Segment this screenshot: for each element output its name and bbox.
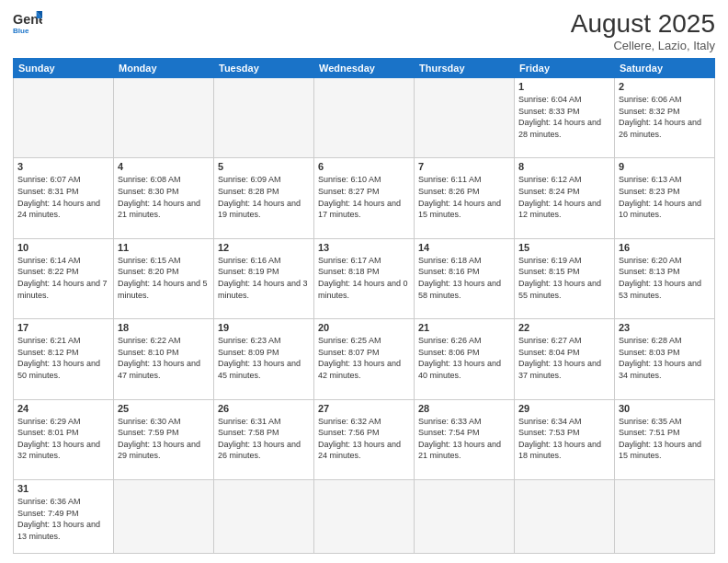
subtitle: Cellere, Lazio, Italy <box>571 39 715 52</box>
col-wednesday: Wednesday <box>314 59 415 78</box>
table-row: 23Sunrise: 6:28 AM Sunset: 8:03 PM Dayli… <box>615 319 715 399</box>
day-info: Sunrise: 6:29 AM Sunset: 8:01 PM Dayligh… <box>17 416 109 462</box>
table-row: 6Sunrise: 6:10 AM Sunset: 8:27 PM Daylig… <box>314 158 415 238</box>
logo: General Blue <box>13 9 42 35</box>
table-row: 27Sunrise: 6:32 AM Sunset: 7:56 PM Dayli… <box>314 399 415 479</box>
table-row <box>214 78 314 158</box>
table-row: 7Sunrise: 6:11 AM Sunset: 8:26 PM Daylig… <box>415 158 515 238</box>
day-number: 17 <box>17 322 109 333</box>
table-row: 14Sunrise: 6:18 AM Sunset: 8:16 PM Dayli… <box>415 238 515 318</box>
table-row <box>314 479 415 553</box>
table-row: 20Sunrise: 6:25 AM Sunset: 8:07 PM Dayli… <box>314 319 415 399</box>
day-number: 25 <box>118 403 210 414</box>
day-info: Sunrise: 6:34 AM Sunset: 7:53 PM Dayligh… <box>518 416 610 462</box>
table-row <box>314 78 415 158</box>
table-row: 17Sunrise: 6:21 AM Sunset: 8:12 PM Dayli… <box>14 319 114 399</box>
table-row: 2Sunrise: 6:06 AM Sunset: 8:32 PM Daylig… <box>615 78 715 158</box>
day-info: Sunrise: 6:27 AM Sunset: 8:04 PM Dayligh… <box>518 335 610 381</box>
calendar-week-row: 3Sunrise: 6:07 AM Sunset: 8:31 PM Daylig… <box>14 158 715 238</box>
calendar-week-row: 24Sunrise: 6:29 AM Sunset: 8:01 PM Dayli… <box>14 399 715 479</box>
table-row <box>114 479 214 553</box>
table-row: 26Sunrise: 6:31 AM Sunset: 7:58 PM Dayli… <box>214 399 314 479</box>
col-monday: Monday <box>114 59 214 78</box>
day-number: 30 <box>619 403 711 414</box>
calendar-week-row: 10Sunrise: 6:14 AM Sunset: 8:22 PM Dayli… <box>14 238 715 318</box>
day-number: 7 <box>418 161 510 172</box>
day-number: 4 <box>118 161 210 172</box>
header: General Blue August 2025 Cellere, Lazio,… <box>13 9 715 52</box>
table-row: 10Sunrise: 6:14 AM Sunset: 8:22 PM Dayli… <box>14 238 114 318</box>
day-info: Sunrise: 6:31 AM Sunset: 7:58 PM Dayligh… <box>218 416 310 462</box>
day-info: Sunrise: 6:15 AM Sunset: 8:20 PM Dayligh… <box>118 255 210 301</box>
table-row: 3Sunrise: 6:07 AM Sunset: 8:31 PM Daylig… <box>14 158 114 238</box>
day-number: 10 <box>17 242 109 253</box>
day-info: Sunrise: 6:25 AM Sunset: 8:07 PM Dayligh… <box>318 335 410 381</box>
day-number: 21 <box>418 322 510 333</box>
day-info: Sunrise: 6:30 AM Sunset: 7:59 PM Dayligh… <box>118 416 210 462</box>
table-row: 25Sunrise: 6:30 AM Sunset: 7:59 PM Dayli… <box>114 399 214 479</box>
logo-icon: General Blue <box>13 9 42 35</box>
table-row <box>515 479 615 553</box>
page: General Blue August 2025 Cellere, Lazio,… <box>0 0 728 563</box>
table-row: 21Sunrise: 6:26 AM Sunset: 8:06 PM Dayli… <box>415 319 515 399</box>
day-info: Sunrise: 6:32 AM Sunset: 7:56 PM Dayligh… <box>318 416 410 462</box>
day-number: 26 <box>218 403 310 414</box>
day-info: Sunrise: 6:19 AM Sunset: 8:15 PM Dayligh… <box>518 255 610 301</box>
table-row <box>415 479 515 553</box>
day-info: Sunrise: 6:14 AM Sunset: 8:22 PM Dayligh… <box>17 255 109 301</box>
col-tuesday: Tuesday <box>214 59 314 78</box>
day-number: 22 <box>518 322 610 333</box>
table-row: 12Sunrise: 6:16 AM Sunset: 8:19 PM Dayli… <box>214 238 314 318</box>
table-row: 28Sunrise: 6:33 AM Sunset: 7:54 PM Dayli… <box>415 399 515 479</box>
day-number: 2 <box>619 81 711 92</box>
table-row: 29Sunrise: 6:34 AM Sunset: 7:53 PM Dayli… <box>515 399 615 479</box>
day-info: Sunrise: 6:22 AM Sunset: 8:10 PM Dayligh… <box>118 335 210 381</box>
table-row: 15Sunrise: 6:19 AM Sunset: 8:15 PM Dayli… <box>515 238 615 318</box>
table-row: 24Sunrise: 6:29 AM Sunset: 8:01 PM Dayli… <box>14 399 114 479</box>
day-info: Sunrise: 6:04 AM Sunset: 8:33 PM Dayligh… <box>518 94 610 140</box>
day-number: 8 <box>518 161 610 172</box>
day-info: Sunrise: 6:16 AM Sunset: 8:19 PM Dayligh… <box>218 255 310 301</box>
day-info: Sunrise: 6:28 AM Sunset: 8:03 PM Dayligh… <box>619 335 711 381</box>
day-number: 1 <box>518 81 610 92</box>
table-row: 19Sunrise: 6:23 AM Sunset: 8:09 PM Dayli… <box>214 319 314 399</box>
day-number: 9 <box>619 161 711 172</box>
calendar-table: Sunday Monday Tuesday Wednesday Thursday… <box>13 58 715 554</box>
col-sunday: Sunday <box>14 59 114 78</box>
table-row <box>415 78 515 158</box>
day-number: 29 <box>518 403 610 414</box>
day-number: 13 <box>318 242 410 253</box>
day-number: 3 <box>17 161 109 172</box>
day-number: 23 <box>619 322 711 333</box>
table-row: 16Sunrise: 6:20 AM Sunset: 8:13 PM Dayli… <box>615 238 715 318</box>
day-info: Sunrise: 6:09 AM Sunset: 8:28 PM Dayligh… <box>218 174 310 220</box>
table-row <box>114 78 214 158</box>
table-row: 1Sunrise: 6:04 AM Sunset: 8:33 PM Daylig… <box>515 78 615 158</box>
day-number: 18 <box>118 322 210 333</box>
day-number: 28 <box>418 403 510 414</box>
day-info: Sunrise: 6:35 AM Sunset: 7:51 PM Dayligh… <box>619 416 711 462</box>
day-info: Sunrise: 6:17 AM Sunset: 8:18 PM Dayligh… <box>318 255 410 301</box>
table-row: 5Sunrise: 6:09 AM Sunset: 8:28 PM Daylig… <box>214 158 314 238</box>
day-number: 16 <box>619 242 711 253</box>
day-info: Sunrise: 6:07 AM Sunset: 8:31 PM Dayligh… <box>17 174 109 220</box>
day-info: Sunrise: 6:08 AM Sunset: 8:30 PM Dayligh… <box>118 174 210 220</box>
day-number: 31 <box>17 483 109 494</box>
col-thursday: Thursday <box>415 59 515 78</box>
table-row: 30Sunrise: 6:35 AM Sunset: 7:51 PM Dayli… <box>615 399 715 479</box>
day-info: Sunrise: 6:11 AM Sunset: 8:26 PM Dayligh… <box>418 174 510 220</box>
col-friday: Friday <box>515 59 615 78</box>
day-number: 27 <box>318 403 410 414</box>
day-number: 6 <box>318 161 410 172</box>
day-info: Sunrise: 6:18 AM Sunset: 8:16 PM Dayligh… <box>418 255 510 301</box>
day-number: 12 <box>218 242 310 253</box>
table-row: 13Sunrise: 6:17 AM Sunset: 8:18 PM Dayli… <box>314 238 415 318</box>
day-info: Sunrise: 6:23 AM Sunset: 8:09 PM Dayligh… <box>218 335 310 381</box>
month-year: August 2025 <box>571 9 715 39</box>
day-number: 24 <box>17 403 109 414</box>
day-info: Sunrise: 6:12 AM Sunset: 8:24 PM Dayligh… <box>518 174 610 220</box>
title-block: August 2025 Cellere, Lazio, Italy <box>571 9 715 52</box>
day-number: 11 <box>118 242 210 253</box>
day-number: 19 <box>218 322 310 333</box>
day-info: Sunrise: 6:10 AM Sunset: 8:27 PM Dayligh… <box>318 174 410 220</box>
